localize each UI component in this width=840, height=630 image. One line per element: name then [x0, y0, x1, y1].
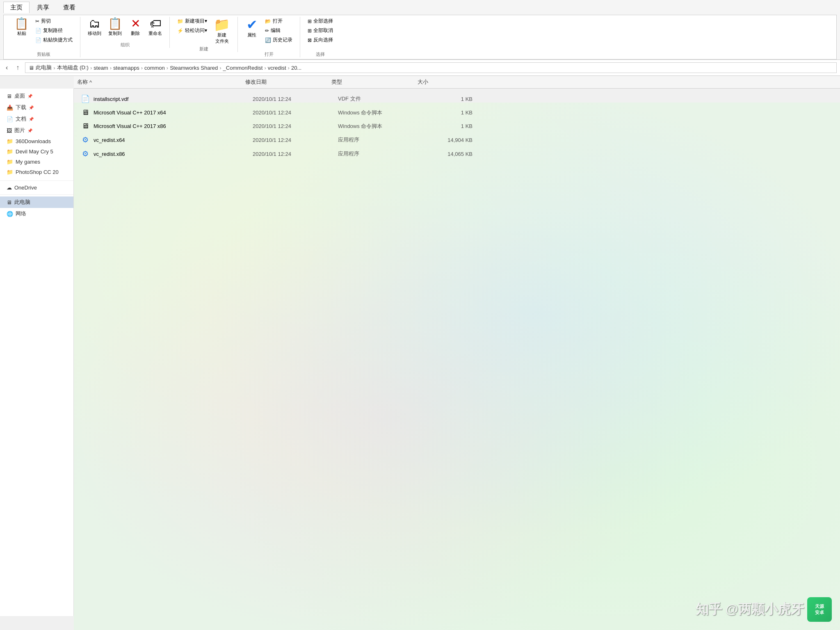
easy-access-button[interactable]: ⚡ 轻松访问▾	[175, 26, 210, 35]
divider-1	[0, 180, 73, 181]
ribbon-content: 📋 粘贴 ✂ 剪切 📄 复制路径 📄 粘贴快捷方式	[3, 15, 837, 59]
history-button[interactable]: 🔄 历史记录	[262, 36, 295, 44]
col-modified[interactable]: 修改日期	[242, 78, 328, 87]
file-date: 2020/10/1 12:24	[253, 123, 335, 129]
paste-label: 粘贴	[17, 30, 26, 37]
file-size: 14,904 KB	[423, 137, 472, 143]
app-file-icon-x64: ⚙	[80, 135, 90, 144]
file-date: 2020/10/1 12:24	[253, 137, 335, 143]
new-item-button[interactable]: 📁 新建项目▾	[175, 17, 210, 25]
vdf-file-icon: 📄	[80, 94, 90, 103]
sidebar-item-downloads[interactable]: 📥 下载 📌	[0, 102, 73, 113]
new-item-icon: 📁	[177, 18, 183, 24]
file-name: vc_redist.x64	[94, 137, 249, 143]
invert-icon: ⊠	[308, 37, 312, 43]
folder-ps-icon: 📁	[7, 169, 13, 175]
select-none-icon: ⊞	[308, 28, 312, 34]
file-date: 2020/10/1 12:24	[253, 96, 335, 102]
sidebar-item-onedrive[interactable]: ☁ OneDrive	[0, 183, 73, 193]
table-row[interactable]: 🖥 Microsoft Visual C++ 2017 x86 2020/10/…	[74, 119, 840, 133]
ribbon-tabs: 主页 共享 查看	[3, 2, 837, 13]
breadcrumb[interactable]: 🖥 此电脑 › 本地磁盘 (D:) › steam › steamapps › …	[25, 62, 837, 73]
sidebar-item-thispc[interactable]: 🖥 此电脑	[0, 196, 73, 208]
copy-label: 复制到	[108, 30, 122, 37]
ribbon-group-new: 📁 新建项目▾ ⚡ 轻松访问▾ 📁 新建 文件夹 新建	[170, 17, 238, 52]
onedrive-icon: ☁	[7, 185, 12, 191]
sidebar-item-documents[interactable]: 📄 文档 📌	[0, 113, 73, 125]
table-row[interactable]: ⚙ vc_redist.x64 2020/10/1 12:24 应用程序 14,…	[74, 133, 840, 147]
paste-shortcut-icon: 📄	[35, 37, 41, 43]
sidebar-item-desktop[interactable]: 🖥 桌面 📌	[0, 90, 73, 102]
organize-label: 组织	[121, 42, 130, 48]
folder-game-icon: 📁	[7, 148, 13, 155]
divider-2	[0, 194, 73, 195]
col-size[interactable]: 大小	[414, 78, 468, 87]
sidebar-item-mygames[interactable]: 📁 My games	[0, 157, 73, 167]
file-size: 1 KB	[423, 123, 472, 129]
edit-icon: ✏	[265, 28, 269, 34]
address-bar: ‹ ↑ 🖥 此电脑 › 本地磁盘 (D:) › steam › steamapp…	[0, 60, 840, 76]
rename-label: 重命名	[148, 30, 162, 37]
paste-button[interactable]: 📋 粘贴	[12, 17, 31, 38]
file-date: 2020/10/1 12:24	[253, 110, 335, 116]
pin-icon: 📌	[29, 117, 34, 121]
watermark-text: 知乎 @两颗小虎牙	[696, 600, 804, 619]
ribbon-group-open: ✔ 属性 📂 打开 ✏ 编辑 🔄 历史记录	[238, 17, 300, 57]
tab-home[interactable]: 主页	[3, 2, 30, 13]
sort-asc-icon: ^	[89, 79, 92, 85]
invert-select-button[interactable]: ⊠ 反向选择	[305, 36, 336, 44]
sidebar-item-pictures[interactable]: 🖼 图片 📌	[0, 125, 73, 136]
rename-button[interactable]: 🏷 重命名	[146, 17, 164, 38]
file-size: 1 KB	[423, 96, 472, 102]
copy-path-button[interactable]: 📄 复制路径	[33, 26, 75, 35]
delete-button[interactable]: ✕ 删除	[126, 17, 144, 38]
sidebar: 🖥 桌面 📌 📥 下载 📌 📄 文档 📌 🖼 图片 📌 📁 3	[0, 89, 74, 616]
sidebar-item-360downloads[interactable]: 📁 360Downloads	[0, 136, 73, 146]
ribbon: 主页 共享 查看 📋 粘贴 ✂ 剪切 📄	[0, 0, 840, 60]
sidebar-item-photoshop[interactable]: 📁 PhotoShop CC 20	[0, 167, 73, 177]
watermark-logo: 天源 安卓	[807, 597, 832, 622]
edit-button[interactable]: ✏ 编辑	[262, 26, 295, 35]
table-row[interactable]: ⚙ vc_redist.x86 2020/10/1 12:24 应用程序 14,…	[74, 147, 840, 161]
cmd-file-icon-x86: 🖥	[80, 122, 90, 130]
select-all-button[interactable]: ⊞ 全部选择	[305, 17, 336, 25]
file-type: Windows 命令脚本	[338, 123, 420, 130]
breadcrumb-steamapps: steamapps	[113, 65, 139, 71]
delete-label: 删除	[131, 30, 140, 37]
up-button[interactable]: ↑	[14, 63, 22, 72]
file-size: 1 KB	[423, 110, 472, 116]
pin-icon: 📌	[29, 105, 34, 110]
clipboard-small-buttons: ✂ 剪切 📄 复制路径 📄 粘贴快捷方式	[33, 17, 75, 51]
properties-button[interactable]: ✔ 属性	[243, 17, 261, 39]
table-row[interactable]: 📄 installscript.vdf 2020/10/1 12:24 VDF …	[74, 92, 840, 106]
breadcrumb-vcredist: vcredist	[268, 65, 286, 71]
tab-share[interactable]: 共享	[30, 2, 56, 13]
folder-360-icon: 📁	[7, 138, 13, 144]
file-name: Microsoft Visual C++ 2017 x64	[94, 110, 249, 116]
file-type: 应用程序	[338, 136, 420, 144]
paste-shortcut-button[interactable]: 📄 粘贴快捷方式	[33, 36, 75, 44]
sidebar-item-devilmaycry5[interactable]: 📁 Devil May Cry 5	[0, 146, 73, 157]
tab-view[interactable]: 查看	[57, 2, 82, 13]
rename-icon: 🏷	[150, 18, 161, 30]
back-button[interactable]: ‹	[3, 63, 10, 72]
breadcrumb-rest: 20...	[291, 65, 301, 71]
network-icon: 🌐	[7, 211, 13, 217]
move-to-button[interactable]: 🗂 移动到	[85, 17, 104, 38]
properties-icon: ✔	[247, 18, 258, 31]
breadcrumb-steamworks: Steamworks Shared	[170, 65, 218, 71]
select-none-button[interactable]: ⊞ 全部取消	[305, 26, 336, 35]
history-icon: 🔄	[265, 37, 271, 43]
new-folder-button[interactable]: 📁 新建 文件夹	[211, 17, 233, 46]
sidebar-item-network[interactable]: 🌐 网络	[0, 208, 73, 219]
col-name[interactable]: 名称 ^	[74, 78, 242, 87]
table-row[interactable]: 🖥 Microsoft Visual C++ 2017 x64 2020/10/…	[74, 106, 840, 119]
column-headers: 名称 ^ 修改日期 类型 大小	[74, 76, 840, 89]
pin-icon: 📌	[27, 94, 32, 98]
select-small-buttons: ⊞ 全部选择 ⊞ 全部取消 ⊠ 反向选择	[305, 17, 336, 51]
copy-to-button[interactable]: 📋 复制到	[105, 17, 125, 38]
file-type: 应用程序	[338, 150, 420, 158]
col-type[interactable]: 类型	[328, 78, 414, 87]
cut-button[interactable]: ✂ 剪切	[33, 17, 75, 25]
open-button[interactable]: 📂 打开	[262, 17, 295, 25]
